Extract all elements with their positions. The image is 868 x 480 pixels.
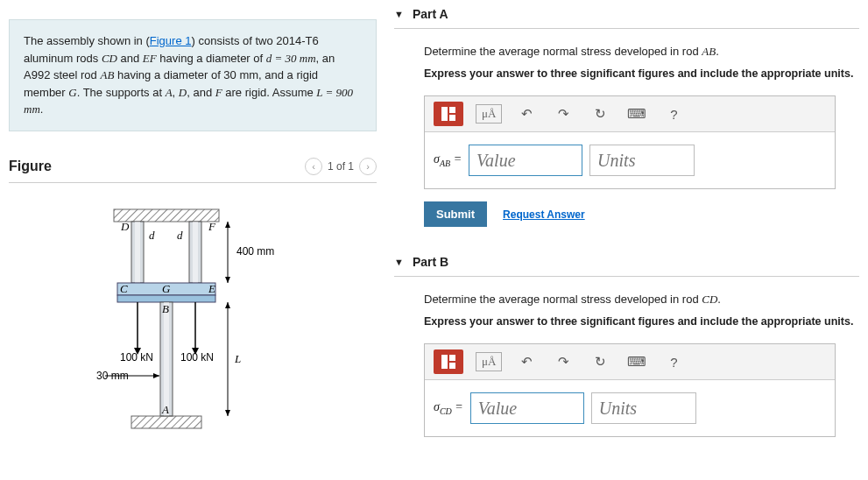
svg-rect-9 xyxy=(164,302,169,416)
figure-pager: ‹ 1 of 1 › xyxy=(305,158,377,175)
svg-rect-5 xyxy=(193,222,198,283)
redo-button[interactable]: ↷ xyxy=(551,103,575,124)
caret-down-icon: ▼ xyxy=(394,9,404,19)
svg-text:30 mm: 30 mm xyxy=(96,370,129,382)
svg-text:G: G xyxy=(162,282,171,295)
var-f: F xyxy=(215,86,222,99)
part-a-answer-block: μÅ ↶ ↷ ↻ ⌨ ? σAB = xyxy=(424,95,836,189)
text: are rigid. Assume xyxy=(222,86,317,99)
units-picker-button[interactable]: μÅ xyxy=(476,352,502,371)
part-a-question: Determine the average normal stress deve… xyxy=(424,45,859,59)
figure-diagram: D F d d 400 mm C G E B 100 kN 100 kN L 3… xyxy=(79,201,307,446)
part-b-answer-block: μÅ ↶ ↷ ↻ ⌨ ? σCD = xyxy=(424,343,836,437)
part-a-submit-button[interactable]: Submit xyxy=(424,201,487,227)
svg-text:C: C xyxy=(120,282,128,295)
text: . The supports at xyxy=(77,86,166,99)
svg-text:100 kN: 100 kN xyxy=(180,351,214,364)
part-a-units-input[interactable] xyxy=(589,145,695,176)
svg-text:d: d xyxy=(149,229,155,242)
undo-button[interactable]: ↶ xyxy=(514,103,539,124)
units-picker-button[interactable]: μÅ xyxy=(476,104,502,124)
problem-statement: The assembly shown in (Figure 1) consist… xyxy=(9,19,377,131)
undo-button[interactable]: ↶ xyxy=(514,351,539,372)
text: , xyxy=(173,86,179,99)
figure-title: Figure xyxy=(9,159,52,174)
part-a-header[interactable]: ▼ Part A xyxy=(394,0,859,29)
svg-text:100 kN: 100 kN xyxy=(120,351,153,364)
svg-text:D: D xyxy=(120,220,130,233)
part-a-value-input[interactable] xyxy=(469,145,582,176)
part-a-symbol: σAB = xyxy=(434,152,462,168)
template-button[interactable] xyxy=(434,349,463,374)
svg-marker-22 xyxy=(153,373,159,378)
pager-text: 1 of 1 xyxy=(328,160,354,173)
svg-rect-7 xyxy=(117,295,215,302)
var-ef: EF xyxy=(143,52,157,65)
svg-text:F: F xyxy=(208,220,216,233)
var-d2: D xyxy=(179,86,187,99)
svg-marker-16 xyxy=(225,222,230,228)
svg-rect-10 xyxy=(131,416,201,428)
redo-button[interactable]: ↷ xyxy=(551,351,575,372)
svg-rect-3 xyxy=(135,222,140,283)
svg-text:L: L xyxy=(234,352,241,365)
svg-text:B: B xyxy=(162,302,169,315)
keyboard-button[interactable]: ⌨ xyxy=(625,351,649,372)
svg-text:E: E xyxy=(208,282,215,295)
part-b-header[interactable]: ▼ Part B xyxy=(394,248,859,277)
text: The assembly shown in ( xyxy=(24,34,150,47)
svg-marker-20 xyxy=(225,410,230,416)
pager-next-button[interactable]: › xyxy=(359,158,377,175)
part-a-instruction: Express your answer to three significant… xyxy=(424,67,859,80)
var-ab: AB xyxy=(100,68,114,81)
part-a-toolbar: μÅ ↶ ↷ ↻ ⌨ ? xyxy=(425,96,835,132)
text: , and xyxy=(187,86,215,99)
reset-button[interactable]: ↻ xyxy=(588,103,612,124)
part-a-request-answer-link[interactable]: Request Answer xyxy=(503,208,585,221)
text: . xyxy=(40,102,44,116)
var-a: A xyxy=(166,86,173,99)
part-b-question: Determine the average normal stress deve… xyxy=(424,293,859,307)
svg-text:d: d xyxy=(177,229,183,242)
var-d: d = 30 mm xyxy=(266,52,316,65)
svg-rect-1 xyxy=(114,209,219,222)
keyboard-button[interactable]: ⌨ xyxy=(625,103,649,124)
figure-link[interactable]: Figure 1 xyxy=(150,34,192,47)
help-button[interactable]: ? xyxy=(661,351,686,372)
text: and xyxy=(117,52,143,65)
reset-button[interactable]: ↻ xyxy=(588,351,612,372)
text: having a diameter of xyxy=(157,52,266,65)
pager-prev-button[interactable]: ‹ xyxy=(305,158,322,175)
part-b-symbol: σCD = xyxy=(434,400,463,416)
caret-down-icon: ▼ xyxy=(394,257,404,267)
svg-text:400 mm: 400 mm xyxy=(236,245,274,258)
part-b-label: Part B xyxy=(413,255,448,269)
svg-marker-17 xyxy=(225,277,230,283)
var-cd: CD xyxy=(102,52,117,65)
var-g: G xyxy=(68,86,76,99)
part-a-label: Part A xyxy=(413,7,448,21)
part-b-value-input[interactable] xyxy=(470,392,584,424)
help-button[interactable]: ? xyxy=(661,103,686,124)
svg-marker-19 xyxy=(225,302,230,308)
part-b-instruction: Express your answer to three significant… xyxy=(424,315,859,328)
part-b-units-input[interactable] xyxy=(591,392,696,424)
svg-text:A: A xyxy=(161,403,169,416)
part-b-toolbar: μÅ ↶ ↷ ↻ ⌨ ? xyxy=(425,344,835,380)
template-button[interactable] xyxy=(434,102,463,126)
